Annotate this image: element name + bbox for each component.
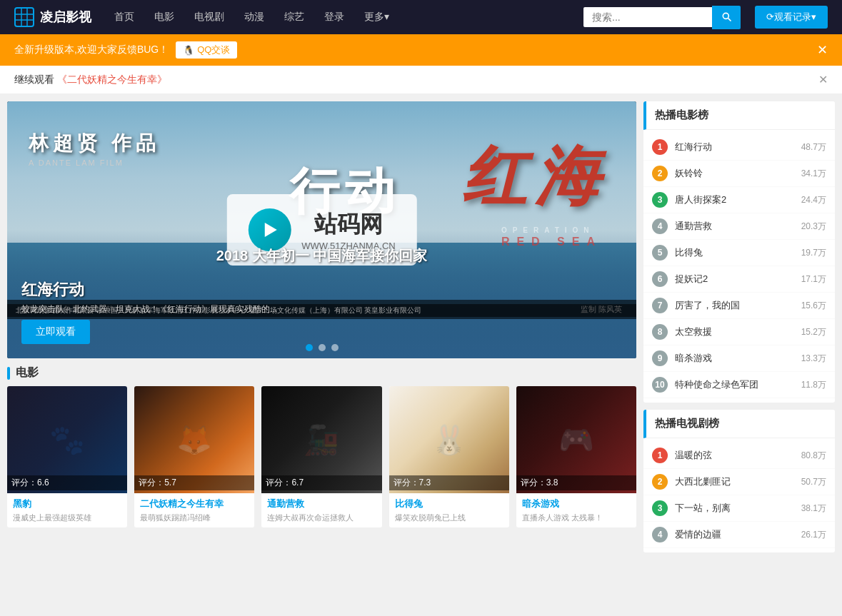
rank-num-3: 3 bbox=[652, 192, 668, 208]
logo-text: 凌启影视 bbox=[40, 9, 91, 26]
rank-movie-name-8[interactable]: 太空救援 bbox=[675, 325, 794, 338]
rank-num-tv-2: 2 bbox=[652, 474, 668, 490]
rank-num-tv-3: 3 bbox=[652, 500, 668, 516]
rank-count-10: 11.8万 bbox=[801, 379, 826, 391]
continue-close-button[interactable]: ✕ bbox=[818, 73, 828, 86]
slider-dots bbox=[306, 344, 339, 351]
movie-info-5: 暗杀游戏 直播杀人游戏 太残暴！ bbox=[516, 493, 636, 527]
movies-grid: 🐾 评分：6.6 黑豹 漫威史上最强超级英雄 🦊 评分：5.7 二代妖精之今生有… bbox=[7, 386, 636, 527]
rank-tv-name-4[interactable]: 爱情的边疆 bbox=[675, 528, 794, 541]
banner-director-text: 林超贤 作品 A DANTE LAM FILM bbox=[29, 130, 160, 167]
rank-movie-name-1[interactable]: 红海行动 bbox=[675, 141, 794, 153]
rank-num-tv-1: 1 bbox=[652, 448, 668, 463]
movie-info-4: 比得兔 爆笑欢脱萌兔已上线 bbox=[389, 493, 509, 527]
nav-variety[interactable]: 综艺 bbox=[276, 6, 313, 28]
rank-movie-name-5[interactable]: 比得兔 bbox=[675, 246, 794, 259]
hot-tv-list: 1 温暖的弦 80.8万 2 大西北剿匪记 50.7万 3 下一站，别离 38.… bbox=[643, 438, 835, 552]
rank-count-2: 34.1万 bbox=[801, 168, 826, 180]
rank-movie-name-4[interactable]: 通勤营救 bbox=[675, 220, 794, 233]
main-nav: 首页 电影 电视剧 动漫 综艺 登录 更多▾ bbox=[106, 6, 398, 28]
movie-name-5[interactable]: 暗杀游戏 bbox=[522, 498, 631, 510]
rank-item-tv-1: 1 温暖的弦 80.8万 bbox=[643, 443, 835, 469]
movie-name-2[interactable]: 二代妖精之今生有幸 bbox=[140, 498, 249, 510]
rank-count-3: 24.4万 bbox=[801, 194, 826, 206]
movie-name-3[interactable]: 通勤营救 bbox=[267, 498, 376, 510]
year-banner: 2018 大年初一 中国海军接你回家 bbox=[7, 246, 636, 266]
search-input[interactable] bbox=[583, 7, 712, 27]
movie-name-4[interactable]: 比得兔 bbox=[395, 498, 503, 510]
rank-item-movie-2: 2 妖铃铃 34.1万 bbox=[643, 161, 835, 187]
rank-item-movie-5: 5 比得兔 19.7万 bbox=[643, 240, 835, 266]
rank-item-movie-7: 7 厉害了，我的国 15.6万 bbox=[643, 293, 835, 319]
movie-info-2: 二代妖精之今生有幸 最萌狐妖踢踏冯绍峰 bbox=[134, 493, 254, 527]
rank-tv-name-2[interactable]: 大西北剿匪记 bbox=[675, 475, 794, 488]
rank-tv-name-3[interactable]: 下一站，别离 bbox=[675, 502, 794, 515]
rank-movie-name-9[interactable]: 暗杀游戏 bbox=[675, 352, 794, 365]
nav-anime[interactable]: 动漫 bbox=[236, 6, 273, 28]
movie-info-1: 黑豹 漫威史上最强超级英雄 bbox=[7, 493, 127, 527]
hot-movies-list: 1 红海行动 48.7万 2 妖铃铃 34.1万 3 唐人街探案2 24.4万 … bbox=[643, 130, 835, 403]
movie-card-2[interactable]: 🦊 评分：5.7 二代妖精之今生有幸 最萌狐妖踢踏冯绍峰 bbox=[134, 386, 254, 527]
rank-count-1: 48.7万 bbox=[801, 141, 826, 153]
movie-rating-4: 评分：7.3 bbox=[389, 475, 509, 490]
site-logo[interactable]: 凌启影视 bbox=[14, 7, 91, 27]
hero-slider[interactable]: 林超贤 作品 A DANTE LAM FILM 红海 OPERATION RED… bbox=[7, 101, 636, 358]
header: 凌启影视 首页 电影 电视剧 动漫 综艺 登录 更多▾ ⟳观看记录▾ bbox=[0, 0, 842, 34]
slider-dot-3[interactable] bbox=[331, 344, 339, 351]
watch-now-button[interactable]: 立即观看 bbox=[21, 320, 90, 344]
nav-login[interactable]: 登录 bbox=[316, 6, 353, 28]
movie-rating-1: 评分：6.6 bbox=[7, 475, 127, 490]
movie-card-1[interactable]: 🐾 评分：6.6 黑豹 漫威史上最强超级英雄 bbox=[7, 386, 127, 527]
rank-item-movie-8: 8 太空救援 15.2万 bbox=[643, 319, 835, 345]
movie-card-4[interactable]: 🐰 评分：7.3 比得兔 爆笑欢脱萌兔已上线 bbox=[389, 386, 509, 527]
movies-section-title: 电影 bbox=[16, 365, 39, 380]
view-history-button[interactable]: ⟳观看记录▾ bbox=[755, 6, 828, 29]
announcement-close-button[interactable]: ✕ bbox=[817, 42, 828, 58]
rank-tv-name-1[interactable]: 温暖的弦 bbox=[675, 449, 794, 462]
movie-card-5[interactable]: 🎮 评分：3.8 暗杀游戏 直播杀人游戏 太残暴！ bbox=[516, 386, 636, 527]
banner-en-subtitle: OPERATION RED SEA bbox=[501, 226, 602, 248]
rank-count-6: 17.1万 bbox=[801, 273, 826, 286]
rank-count-8: 15.2万 bbox=[801, 326, 826, 338]
movie-name-1[interactable]: 黑豹 bbox=[13, 498, 121, 510]
rank-num-1: 1 bbox=[652, 139, 668, 155]
qq-chat-button[interactable]: 🐧 QQ交谈 bbox=[176, 41, 237, 59]
rank-item-movie-6: 6 捉妖记2 17.1万 bbox=[643, 266, 835, 293]
announcement-content: 全新升级版本,欢迎大家反馈BUG！ 🐧 QQ交谈 bbox=[14, 41, 237, 59]
rank-tv-count-3: 38.1万 bbox=[801, 503, 826, 515]
hot-movies-box: 热播电影榜 1 红海行动 48.7万 2 妖铃铃 34.1万 3 唐人街探案2 … bbox=[643, 101, 835, 403]
rank-num-2: 2 bbox=[652, 166, 668, 181]
nav-movie[interactable]: 电影 bbox=[146, 6, 183, 28]
watermark-cn-text: 站码网 bbox=[301, 209, 395, 241]
movies-section-header: 电影 bbox=[7, 358, 636, 386]
rank-item-movie-4: 4 通勤营救 20.3万 bbox=[643, 213, 835, 240]
rank-count-4: 20.3万 bbox=[801, 221, 826, 233]
search-bar bbox=[583, 6, 741, 29]
rank-item-tv-2: 2 大西北剿匪记 50.7万 bbox=[643, 469, 835, 495]
rank-movie-name-7[interactable]: 厉害了，我的国 bbox=[675, 299, 794, 312]
continue-label: 继续观看 bbox=[14, 74, 54, 85]
nav-more[interactable]: 更多▾ bbox=[356, 6, 398, 28]
slider-dot-1[interactable] bbox=[306, 344, 313, 351]
movie-rating-5: 评分：3.8 bbox=[516, 475, 636, 490]
rank-movie-name-10[interactable]: 特种使命之绿色军团 bbox=[675, 378, 794, 391]
rank-movie-name-6[interactable]: 捉妖记2 bbox=[675, 273, 794, 286]
slider-dot-2[interactable] bbox=[319, 344, 326, 351]
rank-movie-name-2[interactable]: 妖铃铃 bbox=[675, 167, 794, 180]
movie-card-3[interactable]: 🚂 评分：6.7 通勤营救 连姆大叔再次命运拯救人 bbox=[261, 386, 381, 527]
svg-marker-5 bbox=[264, 223, 276, 237]
announcement-text: 全新升级版本,欢迎大家反馈BUG！ bbox=[14, 44, 169, 56]
nav-tv[interactable]: 电视剧 bbox=[186, 6, 233, 28]
rank-num-8: 8 bbox=[652, 324, 668, 340]
sidebar: 热播电影榜 1 红海行动 48.7万 2 妖铃铃 34.1万 3 唐人街探案2 … bbox=[643, 101, 835, 560]
rank-tv-count-4: 26.1万 bbox=[801, 529, 826, 541]
continue-link[interactable]: 《二代妖精之今生有幸》 bbox=[57, 74, 167, 85]
rank-movie-name-3[interactable]: 唐人街探案2 bbox=[675, 193, 794, 206]
continue-watch-bar: 继续观看 《二代妖精之今生有幸》 ✕ bbox=[0, 66, 842, 94]
main-content: 林超贤 作品 A DANTE LAM FILM 红海 OPERATION RED… bbox=[0, 94, 842, 567]
nav-home[interactable]: 首页 bbox=[106, 6, 143, 28]
hot-tv-title: 热播电视剧榜 bbox=[643, 410, 835, 438]
logo-icon bbox=[14, 7, 34, 27]
search-button[interactable] bbox=[712, 6, 741, 29]
rank-item-movie-1: 1 红海行动 48.7万 bbox=[643, 134, 835, 161]
